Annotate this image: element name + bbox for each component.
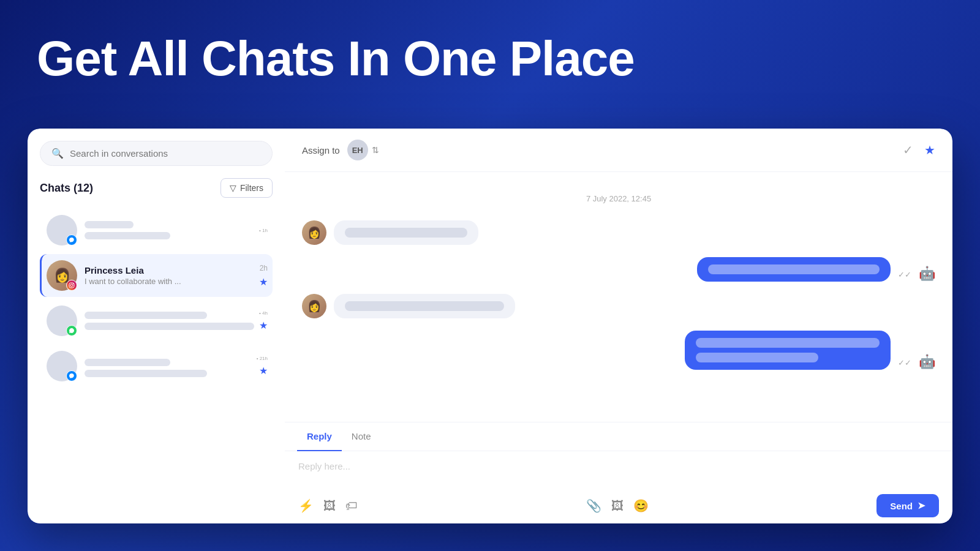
filters-button[interactable]: ▽ Filters xyxy=(221,178,273,198)
messages-area: 7 July 2022, 12:45 👩 🤖 ✓✓ 👩 xyxy=(285,172,952,422)
resolve-icon[interactable]: ✓ xyxy=(903,143,913,157)
preview-placeholder xyxy=(85,323,254,330)
filter-icon: ▽ xyxy=(230,183,236,193)
tab-reply[interactable]: Reply xyxy=(297,422,342,451)
preview-placeholder xyxy=(85,232,170,239)
sidebar: 🔍 Chats (12) ▽ Filters xyxy=(28,129,285,523)
chat-info xyxy=(85,355,252,377)
reply-toolbar: ⚡ 🖼 🏷 📎 🖼 😊 Send ➤ xyxy=(285,488,952,523)
hero-title: Get All Chats In One Place xyxy=(37,31,635,87)
chat-info: Princess Leia I want to collaborate with… xyxy=(85,265,254,286)
attachment-icon[interactable]: 📎 xyxy=(586,498,601,513)
message-bubble-incoming xyxy=(334,294,515,318)
star-conversation-icon[interactable]: ★ xyxy=(924,143,935,157)
dot-indicator: • 4h xyxy=(259,310,268,316)
bot-icon[interactable]: 🤖 xyxy=(919,266,935,282)
avatar: 👩 xyxy=(302,220,326,245)
chat-meta: • 1h xyxy=(259,228,268,233)
message-placeholder xyxy=(708,264,880,274)
star-icon: ★ xyxy=(259,320,268,331)
svg-point-4 xyxy=(70,284,73,287)
main-ui: 🔍 Chats (12) ▽ Filters xyxy=(28,129,952,523)
chat-time: 2h xyxy=(260,264,268,272)
chat-header: Assign to EH ⇅ ✓ ★ xyxy=(285,129,952,172)
double-check-icon: ✓✓ xyxy=(898,270,911,279)
message-placeholder xyxy=(345,228,467,238)
search-bar[interactable]: 🔍 xyxy=(40,141,273,166)
message-status: ✓✓ xyxy=(898,358,911,367)
emoji-icon[interactable]: 😊 xyxy=(633,498,649,513)
chat-meta: • 21h ★ xyxy=(257,356,268,377)
message-placeholder xyxy=(345,301,504,311)
photo-icon[interactable]: 🖼 xyxy=(611,499,624,513)
chats-title: Chats (12) xyxy=(40,182,93,195)
chat-list: • 1h 👩 Princess Leia I want to collabora… xyxy=(40,209,273,388)
lightning-icon[interactable]: ⚡ xyxy=(298,498,314,513)
chat-name: Princess Leia xyxy=(85,265,254,276)
chat-info xyxy=(85,312,254,330)
name-placeholder xyxy=(85,312,207,319)
svg-point-5 xyxy=(73,283,74,284)
send-arrow-icon: ➤ xyxy=(918,500,925,511)
dot-indicator: • 21h xyxy=(257,356,268,361)
send-label: Send xyxy=(890,501,913,511)
message-row: 🤖 ✓✓ xyxy=(302,331,935,370)
platform-badge-instagram xyxy=(66,280,77,291)
star-icon: ★ xyxy=(259,365,268,377)
chat-meta: 2h ★ xyxy=(259,264,268,288)
header-actions: ✓ ★ xyxy=(903,143,935,157)
chat-info xyxy=(85,221,254,239)
image-icon[interactable]: 🖼 xyxy=(323,499,336,513)
tag-icon[interactable]: 🏷 xyxy=(345,499,358,513)
assign-label: Assign to xyxy=(302,145,340,156)
assignee-dropdown-icon[interactable]: ⇅ xyxy=(372,145,379,155)
message-row: 🤖 ✓✓ xyxy=(302,257,935,282)
reply-tabs: Reply Note xyxy=(285,422,952,451)
chat-preview: I want to collaborate with ... xyxy=(85,277,254,286)
star-icon: ★ xyxy=(259,276,268,288)
preview-placeholder xyxy=(85,370,207,377)
reply-area: Reply Note Reply here... ⚡ 🖼 🏷 📎 🖼 😊 Sen… xyxy=(285,422,952,523)
message-bubble-outgoing xyxy=(697,257,891,282)
filters-label: Filters xyxy=(240,183,263,193)
list-item[interactable]: • 4h ★ xyxy=(40,299,273,342)
name-placeholder xyxy=(85,359,170,366)
message-status: ✓✓ xyxy=(898,270,911,279)
chats-header: Chats (12) ▽ Filters xyxy=(40,178,273,198)
list-item[interactable]: 👩 Princess Leia I want to collaborate wi… xyxy=(40,254,273,297)
bot-icon[interactable]: 🤖 xyxy=(919,354,935,370)
date-divider: 7 July 2022, 12:45 xyxy=(302,194,935,203)
name-placeholder xyxy=(85,221,134,228)
double-check-icon: ✓✓ xyxy=(898,358,911,367)
message-bubble-outgoing xyxy=(685,331,891,370)
list-item[interactable]: • 1h xyxy=(40,209,273,252)
dot-indicator: • 1h xyxy=(259,228,268,233)
message-row: 👩 xyxy=(302,220,935,245)
reply-input[interactable]: Reply here... xyxy=(285,451,952,488)
send-button[interactable]: Send ➤ xyxy=(876,494,939,517)
message-bubble-incoming xyxy=(334,220,478,245)
platform-badge-whatsapp xyxy=(66,325,77,336)
tab-note[interactable]: Note xyxy=(342,422,381,451)
message-placeholder xyxy=(696,338,880,348)
search-input[interactable] xyxy=(70,148,261,159)
chat-panel: Assign to EH ⇅ ✓ ★ 7 July 2022, 12:45 👩 xyxy=(285,129,952,523)
avatar: 👩 xyxy=(302,294,326,318)
platform-badge-messenger xyxy=(66,234,77,246)
message-row: 👩 xyxy=(302,294,935,318)
chat-meta: • 4h ★ xyxy=(259,310,268,331)
platform-badge-messenger xyxy=(66,370,77,381)
message-placeholder-2 xyxy=(696,353,818,362)
list-item[interactable]: • 21h ★ xyxy=(40,345,273,388)
assignee-initials: EH xyxy=(352,146,363,155)
search-icon: 🔍 xyxy=(51,148,64,159)
assignee-avatar[interactable]: EH xyxy=(347,140,368,160)
